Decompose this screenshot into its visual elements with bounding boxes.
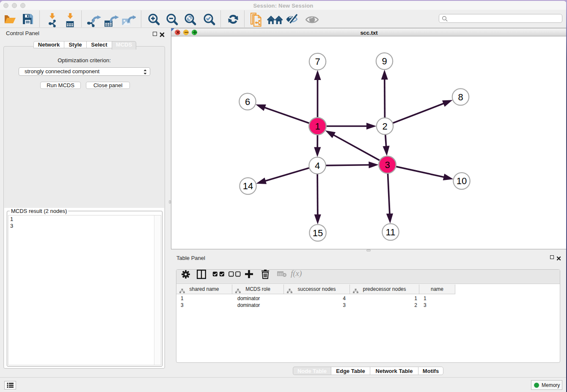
svg-text:8: 8 bbox=[458, 92, 463, 102]
svg-text:7: 7 bbox=[315, 56, 320, 67]
svg-text:9: 9 bbox=[382, 56, 387, 66]
svg-text:10: 10 bbox=[457, 176, 467, 186]
svg-text:4: 4 bbox=[315, 160, 320, 171]
svg-text:6: 6 bbox=[245, 97, 250, 107]
svg-text:15: 15 bbox=[313, 228, 323, 238]
svg-text:14: 14 bbox=[243, 181, 253, 191]
svg-text:2: 2 bbox=[382, 121, 387, 132]
svg-text:1: 1 bbox=[315, 121, 320, 132]
svg-text:3: 3 bbox=[385, 160, 390, 170]
svg-text:11: 11 bbox=[386, 227, 396, 237]
